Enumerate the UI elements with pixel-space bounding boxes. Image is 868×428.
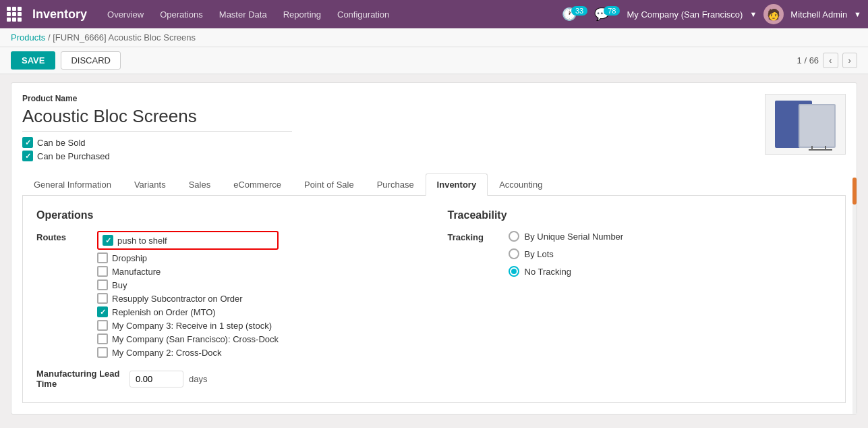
company-dropdown-icon[interactable]: ▼: [749, 10, 757, 18]
routes-list: push to shelf Dropship Manufacture: [97, 231, 279, 358]
tab-accounting[interactable]: Accounting: [488, 173, 554, 196]
nav-operations[interactable]: Operations: [153, 6, 210, 23]
radio-serial[interactable]: By Unique Serial Number: [509, 231, 624, 242]
breadcrumb-separator: /: [48, 32, 51, 43]
route-sf-crossdock-label: My Company (San Francisco): Cross-Dock: [112, 334, 279, 344]
apps-grid-icon[interactable]: [7, 7, 22, 22]
route-manufacture[interactable]: Manufacture: [97, 266, 279, 277]
tab-inventory[interactable]: Inventory: [426, 173, 488, 196]
navbar: Inventory Overview Operations Master Dat…: [0, 0, 868, 28]
prev-page-button[interactable]: ‹: [823, 53, 838, 68]
route-buy[interactable]: Buy: [97, 279, 279, 290]
can-be-purchased-checkbox[interactable]: [22, 151, 33, 161]
radio-lots-button[interactable]: [509, 248, 519, 259]
discard-button[interactable]: DISCARD: [61, 51, 121, 70]
traceability-section: Traceability Tracking By Unique Serial N…: [448, 209, 832, 389]
product-tabs: General Information Variants Sales eComm…: [22, 173, 846, 196]
user-name[interactable]: Mitchell Admin: [790, 9, 847, 20]
route-company3[interactable]: My Company 3: Receive in 1 step (stock): [97, 320, 279, 331]
product-info: Product Name Acoustic Bloc Screens Can b…: [22, 94, 292, 164]
product-label: Product Name: [22, 94, 292, 103]
tracking-radio-group: By Unique Serial Number By Lots No Track…: [509, 231, 624, 277]
can-be-sold-checkbox[interactable]: [22, 137, 33, 148]
breadcrumb: Products / [FURN_6666] Acoustic Bloc Scr…: [0, 28, 868, 47]
traceability-title: Traceability: [448, 209, 832, 221]
route-replenish-mto-checkbox[interactable]: [97, 306, 108, 317]
radio-serial-button[interactable]: [509, 231, 519, 242]
nav-configuration[interactable]: Configuration: [330, 6, 396, 23]
radio-no-tracking[interactable]: No Tracking: [509, 266, 624, 277]
route-manufacture-label: Manufacture: [112, 267, 161, 277]
tab-content-inventory: Operations Routes push to shelf Dropship: [22, 196, 846, 403]
scroll-indicator: [852, 178, 857, 414]
nav-reporting[interactable]: Reporting: [277, 6, 328, 23]
route-dropship-label: Dropship: [112, 253, 147, 263]
operations-section: Operations Routes push to shelf Dropship: [36, 209, 421, 389]
breadcrumb-parent[interactable]: Products: [11, 32, 45, 43]
route-buy-checkbox[interactable]: [97, 279, 108, 290]
route-company3-label: My Company 3: Receive in 1 step (stock): [112, 321, 272, 331]
can-be-purchased-row: Can be Purchased: [22, 151, 292, 161]
route-sf-crossdock-checkbox[interactable]: [97, 333, 108, 344]
company-selector[interactable]: My Company (San Francisco): [627, 9, 743, 20]
scroll-thumb[interactable]: [852, 178, 857, 205]
route-sf-crossdock[interactable]: My Company (San Francisco): Cross-Dock: [97, 333, 279, 344]
tab-point-of-sale[interactable]: Point of Sale: [293, 173, 366, 196]
route-push-to-shelf[interactable]: push to shelf: [97, 231, 279, 250]
product-name: Acoustic Bloc Screens: [22, 106, 292, 132]
user-avatar[interactable]: 🧑: [763, 4, 784, 24]
user-dropdown-icon[interactable]: ▼: [854, 10, 861, 18]
route-push-to-shelf-checkbox[interactable]: [103, 235, 113, 246]
pagination: 1 / 66 ‹ ›: [797, 53, 857, 68]
manufacturing-lead-label: Manufacturing Lead Time: [36, 369, 124, 389]
radio-lots[interactable]: By Lots: [509, 248, 624, 259]
tracking-label: Tracking: [448, 231, 502, 242]
route-dropship-checkbox[interactable]: [97, 252, 108, 263]
tab-general-information[interactable]: General Information: [22, 173, 123, 196]
route-push-to-shelf-label: push to shelf: [117, 236, 167, 246]
app-brand: Inventory: [32, 7, 87, 22]
can-be-sold-label: Can be Sold: [37, 138, 86, 148]
pagination-text: 1 / 66: [797, 55, 819, 65]
main-content: Product Name Acoustic Bloc Screens Can b…: [0, 74, 868, 423]
routes-field-row: Routes push to shelf Dropship: [36, 231, 421, 358]
manufacturing-lead-row: Manufacturing Lead Time days: [36, 369, 421, 389]
svg-rect-2: [800, 105, 834, 146]
clock-badge: 33: [571, 6, 587, 16]
route-replenish-mto[interactable]: Replenish on Order (MTO): [97, 306, 279, 317]
radio-no-tracking-label: No Tracking: [525, 267, 571, 277]
routes-label: Routes: [36, 231, 90, 242]
route-company2-crossdock-checkbox[interactable]: [97, 347, 108, 358]
next-page-button[interactable]: ›: [842, 53, 857, 68]
route-resupply-checkbox[interactable]: [97, 293, 108, 304]
product-thumbnail: [772, 97, 839, 151]
route-dropship[interactable]: Dropship: [97, 252, 279, 263]
nav-masterdata[interactable]: Master Data: [212, 6, 274, 23]
product-image: [765, 94, 846, 155]
radio-no-tracking-button[interactable]: [509, 266, 519, 277]
radio-lots-label: By Lots: [525, 249, 554, 259]
nav-overview[interactable]: Overview: [100, 6, 150, 23]
route-resupply-label: Resupply Subcontractor on Order: [112, 294, 243, 304]
tab-purchase[interactable]: Purchase: [366, 173, 426, 196]
can-be-purchased-label: Can be Purchased: [37, 151, 110, 161]
radio-serial-label: By Unique Serial Number: [525, 232, 624, 242]
route-company2-crossdock[interactable]: My Company 2: Cross-Dock: [97, 347, 279, 358]
tab-variants[interactable]: Variants: [123, 173, 177, 196]
breadcrumb-current: [FURN_6666] Acoustic Bloc Screens: [53, 32, 196, 43]
route-resupply-subcontractor[interactable]: Resupply Subcontractor on Order: [97, 293, 279, 304]
days-label: days: [189, 374, 207, 384]
route-manufacture-checkbox[interactable]: [97, 266, 108, 277]
clock-icon[interactable]: 🕐33: [562, 7, 587, 22]
top-nav: Overview Operations Master Data Reportin…: [100, 6, 555, 23]
tab-sales[interactable]: Sales: [177, 173, 223, 196]
route-company3-checkbox[interactable]: [97, 320, 108, 331]
chat-icon[interactable]: 💬78: [594, 7, 620, 22]
can-be-sold-row: Can be Sold: [22, 137, 292, 148]
manufacturing-lead-input[interactable]: [129, 371, 183, 387]
tab-ecommerce[interactable]: eCommerce: [222, 173, 293, 196]
operations-title: Operations: [36, 209, 421, 221]
save-button[interactable]: SAVE: [11, 51, 55, 70]
tracking-field-row: Tracking By Unique Serial Number By Lots: [448, 231, 832, 277]
route-replenish-mto-label: Replenish on Order (MTO): [112, 307, 216, 317]
